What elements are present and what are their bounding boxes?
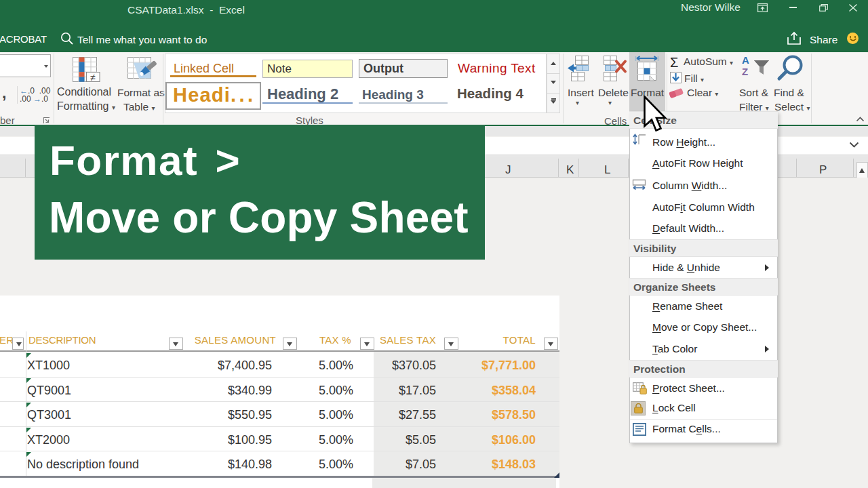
svg-text:≠: ≠ (90, 72, 96, 83)
